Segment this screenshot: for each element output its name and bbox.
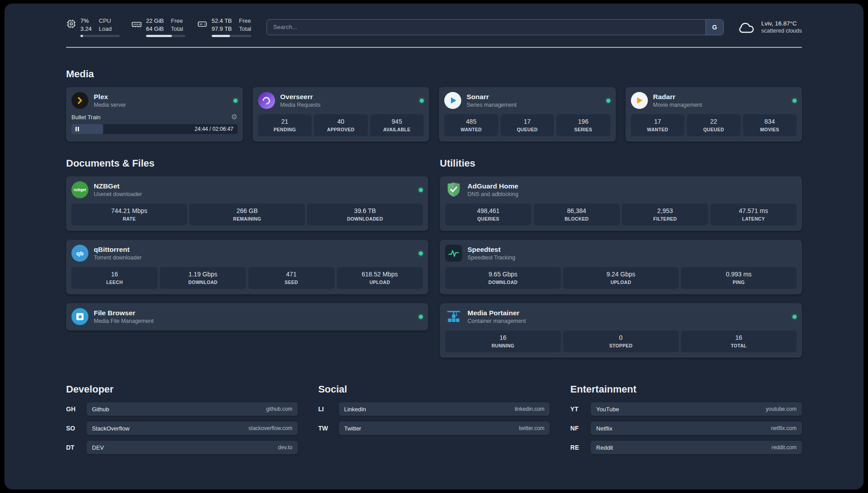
cpu-load-label: Load bbox=[99, 25, 112, 33]
service-desc: Container management bbox=[467, 318, 526, 324]
bookmark-abbr: RE bbox=[570, 444, 591, 451]
stat-tile: 16 LEECH bbox=[71, 267, 158, 289]
ram-widget: 22 GiB 64 GiB Free Total bbox=[131, 17, 185, 37]
service-name: Media Portainer bbox=[467, 309, 526, 317]
stat-tile: 834 MOVIES bbox=[743, 114, 797, 136]
search-bar: G bbox=[267, 19, 724, 35]
service-name: Overseerr bbox=[280, 93, 321, 101]
bookmark-link-linkedin[interactable]: LinkedIn linkedin.com bbox=[339, 402, 550, 416]
cpu-load-value: 3.24 bbox=[80, 25, 92, 33]
cpu-percent: 7% bbox=[80, 17, 92, 25]
service-card-speedtest[interactable]: Speedtest Speedtest Tracking 9.65 Gbps D… bbox=[440, 240, 802, 294]
service-card-qbittorrent[interactable]: qb qBittorrent Torrent downloader 16 LEE… bbox=[66, 240, 428, 294]
disk-total-value: 97.9 TB bbox=[212, 25, 232, 33]
bookmark-link-reddit[interactable]: Reddit reddit.com bbox=[591, 441, 802, 454]
service-card-portainer[interactable]: Media Portainer Container management 16 … bbox=[440, 303, 802, 358]
section-title-media: Media bbox=[66, 68, 802, 80]
service-desc: DNS and adblocking bbox=[467, 191, 518, 197]
status-dot-online bbox=[419, 315, 423, 319]
dashboard: 7% 3.24 CPU Load bbox=[4, 4, 864, 489]
status-dot-online bbox=[419, 251, 423, 255]
plex-icon bbox=[71, 92, 88, 109]
disk-free-value: 52.4 TB bbox=[212, 17, 232, 25]
topbar: 7% 3.24 CPU Load bbox=[66, 17, 802, 37]
service-card-nzbget[interactable]: nzbget NZBGet Usenet downloader 744.21 M… bbox=[66, 176, 428, 231]
filebrowser-icon bbox=[71, 308, 88, 325]
stat-tile: 16 RUNNING bbox=[445, 330, 561, 352]
bookmark-abbr: DT bbox=[66, 444, 87, 451]
bookmark-abbr: NF bbox=[570, 425, 591, 432]
service-name: Speedtest bbox=[467, 246, 515, 254]
bookmark-abbr: TW bbox=[318, 425, 339, 432]
sonarr-icon bbox=[444, 92, 461, 109]
stat-tile: 471 SEED bbox=[248, 267, 334, 289]
ram-progress-bar bbox=[146, 35, 185, 37]
service-card-sonarr[interactable]: Sonarr Series management 485 WANTED 17 Q… bbox=[439, 87, 616, 142]
bookmark-link-stackoverflow[interactable]: StackOverflow stackoverflow.com bbox=[87, 422, 298, 435]
service-desc: Media Requests bbox=[280, 102, 321, 108]
ram-total-value: 64 GiB bbox=[146, 25, 164, 33]
cpu-icon bbox=[66, 19, 76, 29]
service-card-filebrowser[interactable]: File Browser Media File Management bbox=[66, 303, 428, 330]
bookmark-group-social: Social LI LinkedIn linkedin.com TW Twitt… bbox=[318, 384, 550, 460]
pause-icon[interactable] bbox=[75, 127, 79, 131]
stat-tile: 196 SERIES bbox=[556, 114, 610, 136]
stat-tile: 744.21 Mbps RATE bbox=[71, 204, 187, 226]
service-card-radarr[interactable]: Radarr Movie management 17 WANTED 22 QUE… bbox=[626, 87, 802, 142]
service-name: NZBGet bbox=[94, 182, 142, 190]
bookmark-row: TW Twitter twitter.com bbox=[318, 422, 550, 435]
service-name: Plex bbox=[94, 93, 126, 101]
stat-tile: 17 WANTED bbox=[631, 114, 685, 136]
stat-tile: 0 STOPPED bbox=[563, 330, 679, 352]
stat-tile: 498,461 QUERIES bbox=[445, 204, 531, 226]
status-dot-online bbox=[793, 99, 797, 103]
service-desc: Usenet downloader bbox=[94, 191, 142, 197]
status-dot-online bbox=[420, 99, 424, 103]
ram-free-value: 22 GiB bbox=[146, 17, 164, 25]
stat-tile: 40 APPROVED bbox=[314, 114, 368, 136]
portainer-icon bbox=[445, 308, 462, 325]
service-card-plex[interactable]: Plex Media server Bullet Train ⚙ 24:44 /… bbox=[66, 87, 243, 142]
bookmark-row: GH Github github.com bbox=[66, 402, 298, 416]
topbar-divider bbox=[66, 47, 802, 48]
bookmark-link-github[interactable]: Github github.com bbox=[87, 402, 298, 416]
qbittorrent-icon: qb bbox=[71, 245, 88, 262]
service-card-adguard[interactable]: AdGuard Home DNS and adblocking 498,461 … bbox=[440, 176, 802, 231]
service-desc: Media File Management bbox=[94, 318, 154, 324]
ram-total-label: Total bbox=[171, 25, 183, 33]
search-engine-button[interactable]: G bbox=[705, 20, 723, 35]
ram-icon bbox=[131, 19, 142, 29]
service-desc: Torrent downloader bbox=[94, 255, 142, 261]
adguard-icon bbox=[445, 181, 462, 198]
radarr-icon bbox=[631, 92, 648, 109]
bookmark-link-netflix[interactable]: Netflix netflix.com bbox=[591, 422, 802, 435]
bookmark-link-twitter[interactable]: Twitter twitter.com bbox=[339, 422, 550, 435]
service-desc: Speedtest Tracking bbox=[467, 255, 515, 261]
bookmark-row: YT YouTube youtube.com bbox=[570, 402, 802, 416]
bookmark-group-developer: Developer GH Github github.com SO StackO… bbox=[66, 384, 298, 460]
playback-progress-bar[interactable]: 24:44 / 02:06:47 bbox=[71, 124, 238, 134]
search-input[interactable] bbox=[267, 20, 705, 35]
cpu-progress-bar bbox=[80, 35, 120, 37]
stat-tile: 9.65 Gbps DOWNLOAD bbox=[445, 267, 561, 289]
service-name: Sonarr bbox=[467, 93, 517, 101]
weather-widget: Lviv, 16.87°C scattered clouds bbox=[737, 20, 802, 35]
service-card-overseerr[interactable]: Overseerr Media Requests 21 PENDING 40 A… bbox=[253, 87, 430, 142]
bookmark-link-dev[interactable]: DEV dev.to bbox=[87, 441, 298, 454]
cpu-progress-fill bbox=[80, 35, 83, 37]
section-title-documents: Documents & Files bbox=[66, 158, 428, 169]
bookmark-row: SO StackOverflow stackoverflow.com bbox=[66, 422, 298, 435]
status-dot-online bbox=[419, 188, 423, 192]
disk-progress-bar bbox=[212, 35, 251, 37]
bookmark-link-youtube[interactable]: YouTube youtube.com bbox=[591, 402, 802, 416]
cloud-icon bbox=[737, 20, 756, 35]
section-title-developer: Developer bbox=[66, 384, 298, 395]
now-playing-title: Bullet Train bbox=[71, 114, 100, 121]
gear-icon[interactable]: ⚙ bbox=[231, 113, 237, 121]
stat-tile: 22 QUEUED bbox=[687, 114, 741, 136]
status-dot-online bbox=[606, 99, 610, 103]
disk-total-label: Total bbox=[239, 25, 251, 33]
bookmark-row: DT DEV dev.to bbox=[66, 441, 298, 454]
section-title-utilities: Utilities bbox=[440, 158, 802, 169]
disk-widget: 52.4 TB 97.9 TB Free Total bbox=[197, 17, 251, 37]
